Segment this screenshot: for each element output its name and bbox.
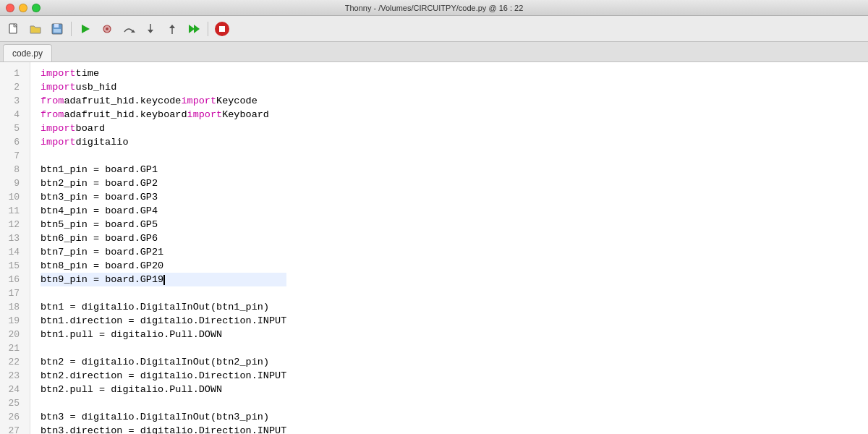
- line-number: 7: [0, 149, 25, 163]
- line-number: 1: [0, 67, 25, 80]
- code-line: [41, 286, 286, 300]
- code-tab[interactable]: code.py: [3, 44, 52, 61]
- stop-button[interactable]: [213, 20, 231, 38]
- line-number: 8: [0, 163, 25, 176]
- line-number: 15: [0, 259, 25, 273]
- code-line: btn1.direction = digitalio.Direction.INP…: [41, 314, 286, 328]
- line-number: 22: [0, 355, 25, 369]
- line-number: 6: [0, 135, 25, 149]
- svg-point-6: [106, 27, 109, 30]
- minimize-button[interactable]: [19, 4, 27, 12]
- line-numbers: 1234567891011121314151617181920212223242…: [0, 62, 30, 434]
- line-number: 10: [0, 190, 25, 204]
- code-line: btn1 = digitalio.DigitalInOut(btn1_pin): [41, 300, 286, 314]
- svg-marker-9: [148, 30, 153, 33]
- tabbar: code.py: [0, 42, 868, 62]
- line-number: 19: [0, 314, 25, 328]
- save-file-icon: [51, 22, 64, 35]
- toolbar: [0, 16, 868, 42]
- code-editor[interactable]: 1234567891011121314151617181920212223242…: [0, 62, 868, 434]
- run-button[interactable]: [76, 20, 95, 38]
- close-button[interactable]: [6, 4, 14, 12]
- titlebar: Thonny - /Volumes/CIRCUITPY/code.py @ 16…: [0, 0, 868, 16]
- debug-button[interactable]: [98, 20, 116, 38]
- open-file-button[interactable]: [26, 20, 45, 38]
- maximize-button[interactable]: [32, 4, 41, 12]
- code-line: btn9_pin = board.GP19: [41, 273, 286, 286]
- code-line: btn7_pin = board.GP21: [41, 245, 286, 259]
- line-number: 21: [0, 341, 25, 355]
- line-number: 20: [0, 328, 25, 341]
- line-number: 14: [0, 245, 25, 259]
- step-into-icon: [144, 22, 157, 35]
- line-number: 2: [0, 80, 25, 94]
- step-out-icon: [166, 22, 179, 35]
- step-over-button[interactable]: [119, 20, 138, 38]
- window-title: Thonny - /Volumes/CIRCUITPY/code.py @ 16…: [345, 4, 524, 12]
- resume-button[interactable]: [184, 20, 203, 38]
- debug-icon: [101, 22, 114, 35]
- new-file-icon: [7, 22, 20, 35]
- code-line: [41, 341, 286, 355]
- cursor: [163, 275, 165, 285]
- step-over-icon: [122, 22, 135, 35]
- code-line: btn2.pull = digitalio.Pull.DOWN: [41, 383, 286, 396]
- separator-1: [71, 22, 72, 36]
- code-line: btn1.pull = digitalio.Pull.DOWN: [41, 328, 286, 341]
- code-line: import board: [41, 122, 286, 135]
- code-line: import digitalio: [41, 135, 286, 149]
- code-line: btn1_pin = board.GP1: [41, 163, 286, 176]
- new-file-button[interactable]: [4, 20, 23, 38]
- code-line: btn8_pin = board.GP20: [41, 259, 286, 273]
- svg-rect-2: [54, 24, 59, 27]
- resume-icon: [187, 22, 200, 35]
- code-content[interactable]: import timeimport usb_hidfrom adafruit_h…: [30, 62, 286, 434]
- line-number: 25: [0, 396, 25, 410]
- line-number: 16: [0, 273, 25, 286]
- code-line: [41, 149, 286, 163]
- line-number: 23: [0, 369, 25, 383]
- code-line: btn2.direction = digitalio.Direction.INP…: [41, 369, 286, 383]
- code-line: btn3 = digitalio.DigitalInOut(btn3_pin): [41, 410, 286, 424]
- open-file-icon: [29, 22, 42, 35]
- line-number: 24: [0, 383, 25, 396]
- svg-rect-3: [54, 29, 61, 33]
- line-number: 12: [0, 218, 25, 231]
- step-out-button[interactable]: [163, 20, 182, 38]
- code-line: import usb_hid: [41, 80, 286, 94]
- svg-marker-13: [194, 25, 200, 33]
- line-number: 27: [0, 424, 25, 434]
- line-number: 5: [0, 122, 25, 135]
- save-file-button[interactable]: [48, 20, 67, 38]
- separator-2: [208, 22, 208, 36]
- line-number: 11: [0, 204, 25, 218]
- svg-rect-15: [219, 26, 225, 32]
- line-number: 3: [0, 94, 25, 108]
- code-line: from adafruit_hid.keyboard import Keyboa…: [41, 108, 286, 122]
- code-line: btn3.direction = digitalio.Direction.INP…: [41, 424, 286, 434]
- line-number: 4: [0, 108, 25, 122]
- line-number: 13: [0, 231, 25, 245]
- line-number: 17: [0, 286, 25, 300]
- step-into-button[interactable]: [141, 20, 160, 38]
- code-line: btn2_pin = board.GP2: [41, 176, 286, 190]
- svg-marker-11: [169, 25, 175, 28]
- svg-marker-12: [189, 25, 195, 33]
- svg-marker-4: [82, 25, 90, 33]
- line-number: 18: [0, 300, 25, 314]
- code-line: btn5_pin = board.GP5: [41, 218, 286, 231]
- code-line: btn4_pin = board.GP4: [41, 204, 286, 218]
- code-line: from adafruit_hid.keycode import Keycode: [41, 94, 286, 108]
- line-number: 9: [0, 176, 25, 190]
- titlebar-buttons: [6, 4, 41, 12]
- code-line: btn2 = digitalio.DigitalInOut(btn2_pin): [41, 355, 286, 369]
- code-line: btn3_pin = board.GP3: [41, 190, 286, 204]
- run-icon: [79, 22, 92, 35]
- tab-label: code.py: [12, 48, 43, 59]
- code-line: [41, 396, 286, 410]
- line-number: 26: [0, 410, 25, 424]
- code-line: import time: [41, 67, 286, 80]
- code-line: btn6_pin = board.GP6: [41, 231, 286, 245]
- stop-icon: [214, 21, 230, 37]
